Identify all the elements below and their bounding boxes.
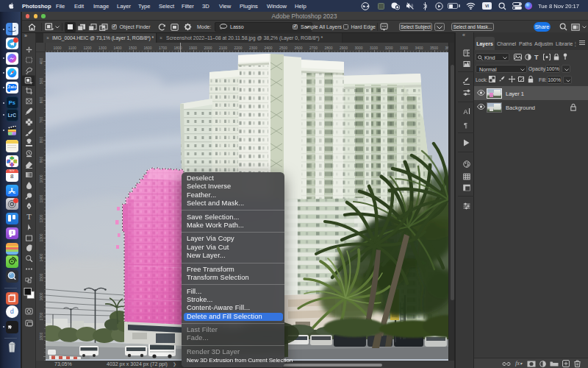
svg-text:¶: ¶ — [464, 121, 467, 129]
svg-text:T: T — [26, 212, 32, 221]
svg-text:A: A — [464, 108, 468, 116]
